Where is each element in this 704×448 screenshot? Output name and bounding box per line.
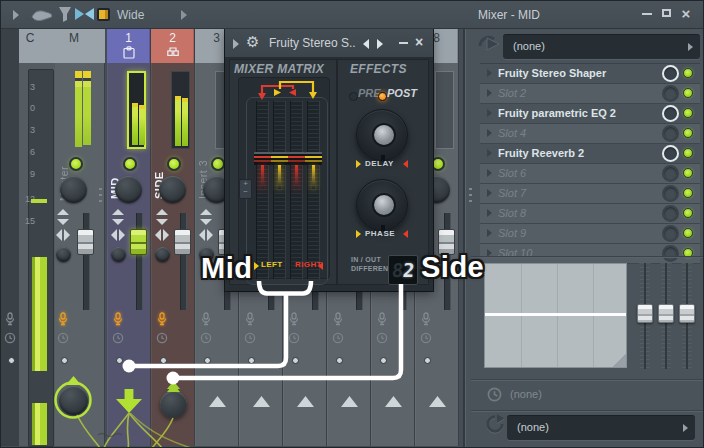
volume-fader[interactable] [174, 229, 191, 255]
record-arm-icon[interactable] [244, 312, 256, 326]
effect-slot[interactable]: Slot 7 [480, 184, 700, 204]
record-arm-icon[interactable] [376, 312, 388, 326]
time-icon[interactable] [487, 387, 502, 402]
send-fader[interactable] [679, 304, 695, 323]
record-arm-icon[interactable] [4, 312, 16, 326]
updown-arrows-icon[interactable] [56, 209, 70, 225]
dot-led[interactable] [8, 357, 15, 364]
effect-slot[interactable]: Fruity parametric EQ 2 [480, 104, 700, 124]
effect-slot[interactable]: Slot 9 [480, 224, 700, 244]
send-fader[interactable] [637, 304, 653, 323]
plus-minus-widget[interactable]: +− [239, 179, 252, 199]
funnel-icon[interactable] [58, 6, 72, 23]
route-up-arrow-icon[interactable] [209, 396, 226, 407]
close-button[interactable]: × [678, 1, 694, 27]
volume-fader[interactable] [77, 229, 94, 255]
plugin-minimize-button[interactable] [399, 42, 408, 44]
effect-slot[interactable]: Slot 10 [480, 244, 700, 264]
route-knob[interactable] [159, 381, 188, 439]
mute-led[interactable] [211, 157, 225, 171]
dot-led[interactable] [380, 357, 387, 364]
updown-arrows-icon[interactable] [111, 209, 125, 225]
matrix-slider-rr[interactable] [305, 152, 322, 165]
mixer-strip[interactable]: 1 MID [107, 29, 151, 446]
dot-led[interactable] [61, 357, 68, 364]
leftright-arrows-icon[interactable] [199, 229, 213, 241]
pan-knob[interactable] [159, 176, 186, 203]
plugin-menu-arrow-icon[interactable] [233, 39, 239, 49]
leftright-arrows-icon[interactable] [111, 229, 125, 241]
panel-drag-handle[interactable] [469, 186, 472, 204]
slot-mix-knob[interactable] [662, 145, 679, 162]
slot-mix-knob[interactable] [662, 65, 679, 82]
slot-mix-knob[interactable] [662, 85, 679, 102]
maximize-button[interactable] [659, 1, 675, 27]
post-led[interactable] [378, 92, 387, 101]
route-up-arrow-icon[interactable] [297, 396, 314, 407]
record-arm-icon[interactable] [420, 312, 432, 326]
master-strip[interactable]: Master [55, 29, 105, 446]
slot-enable-led[interactable] [683, 128, 693, 138]
delay-curve-display[interactable] [484, 263, 627, 368]
plugin-titlebar[interactable]: ⚙ Fruity Stereo S.. × [225, 29, 433, 58]
record-arm-icon[interactable] [288, 312, 300, 326]
phase-knob[interactable] [356, 179, 408, 231]
prev-preset-icon[interactable] [363, 39, 369, 49]
strip-header[interactable]: 1 [107, 29, 150, 63]
leftright-arrows-icon[interactable] [56, 229, 70, 241]
send-fader[interactable] [658, 304, 674, 323]
effect-slot[interactable]: Slot 2 [480, 84, 700, 104]
updown-arrows-icon[interactable] [199, 209, 213, 225]
dot-led[interactable] [336, 357, 343, 364]
slot-enable-led[interactable] [683, 108, 693, 118]
post-label[interactable]: POST [387, 87, 417, 99]
volume-fader[interactable] [130, 229, 147, 255]
dot-led[interactable] [160, 357, 167, 364]
current-header[interactable]: C [23, 31, 37, 45]
stereo-knob[interactable] [111, 247, 126, 262]
mute-led[interactable] [167, 157, 181, 171]
hand-drag-icon[interactable] [29, 7, 53, 23]
dot-led[interactable] [116, 357, 123, 364]
route-down-arrow-icon[interactable] [116, 389, 142, 413]
slot-enable-led[interactable] [683, 88, 693, 98]
next-arrow-icon[interactable] [181, 10, 187, 20]
stereo-knob[interactable] [56, 247, 71, 262]
stereo-knob[interactable] [155, 247, 170, 262]
minimize-button[interactable] [639, 1, 655, 27]
slot-mix-knob[interactable] [662, 185, 679, 202]
difference-display[interactable]: 82 [388, 255, 418, 285]
updown-arrows-icon[interactable] [155, 209, 169, 225]
slot-mix-knob[interactable] [662, 105, 679, 122]
effect-slot[interactable]: Slot 4 [480, 124, 700, 144]
slot-mix-knob[interactable] [662, 205, 679, 222]
slot-mix-knob[interactable] [662, 125, 679, 142]
slot-mix-knob[interactable] [662, 165, 679, 182]
route-up-arrow-icon[interactable] [429, 396, 446, 407]
record-arm-icon[interactable] [112, 312, 124, 326]
slot-enable-led[interactable] [683, 68, 693, 78]
slot-enable-led[interactable] [683, 228, 693, 238]
route-knob[interactable] [59, 386, 88, 415]
pan-knob[interactable] [60, 176, 87, 203]
mute-led[interactable] [69, 157, 83, 171]
pan-knob[interactable] [115, 176, 142, 203]
time-selector-value[interactable]: (none) [510, 388, 542, 400]
record-arm-icon[interactable] [200, 312, 212, 326]
slot-enable-led[interactable] [683, 168, 693, 178]
record-arm-icon[interactable] [57, 312, 69, 326]
panel-drag-handle[interactable] [99, 186, 102, 204]
menu-arrow-icon[interactable] [13, 10, 19, 20]
dot-led[interactable] [248, 357, 255, 364]
input-source-dropdown[interactable]: (none) [503, 34, 700, 59]
dot-led[interactable] [292, 357, 299, 364]
pre-led[interactable] [349, 92, 358, 101]
slot-enable-led[interactable] [683, 148, 693, 158]
effect-slot[interactable]: Slot 6 [480, 164, 700, 184]
matrix-slider-lr[interactable] [271, 152, 288, 165]
route-up-arrow-icon[interactable] [341, 396, 358, 407]
mute-led[interactable] [123, 157, 137, 171]
slot-enable-led[interactable] [683, 208, 693, 218]
slot-mix-knob[interactable] [662, 245, 679, 262]
stereo-separation-icon[interactable] [75, 6, 94, 22]
